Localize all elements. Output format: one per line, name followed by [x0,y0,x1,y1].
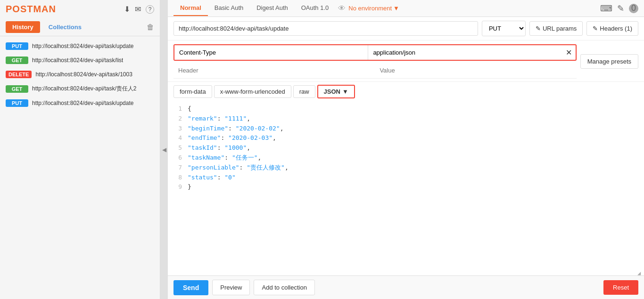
empty-header-value[interactable] [375,65,576,76]
headers-action-row: ✕ Manage presets [173,44,638,79]
sidebar-item-url: http://localhost:8024/dev-api/task/责任人2 [32,85,136,93]
code-line: 6 "taskName": "任务一", [173,153,638,163]
eye-icon[interactable]: 👁 [338,4,346,13]
settings-icon[interactable]: ✎ [617,3,624,14]
url-params-label: URL params [543,25,577,32]
header-value-input[interactable] [368,45,561,60]
nav-tabs: Normal Basic Auth Digest Auth OAuth 1.0 … [168,0,644,17]
sidebar-item-url: http://localhost:8024/dev-api/task/updat… [32,43,133,49]
sidebar-item-url: http://localhost:8024/dev-api/task/list [32,57,123,64]
empty-header-key[interactable] [173,65,375,76]
preview-button[interactable]: Preview [212,280,250,295]
json-chevron-icon: ▼ [342,88,348,95]
sidebar-header: POSTMAN ⬇ ✉ ? [0,0,160,18]
code-line: 7 "personLiable": "责任人修改", [173,163,638,173]
keyboard-icon[interactable]: ⌨ [600,3,612,14]
nav-right-icons: ⌨ ✎ 0 [600,3,638,14]
sidebar-item[interactable]: PUThttp://localhost:8024/dev-api/task/up… [0,96,160,110]
empty-header-row [173,63,577,79]
tab-normal[interactable]: Normal [173,0,208,16]
scroll-arrow-left[interactable]: ◀ [160,0,168,299]
code-line: 9} [173,182,638,192]
manage-presets-button[interactable]: Manage presets [580,54,638,69]
sidebar-item[interactable]: PUThttp://localhost:8024/dev-api/task/up… [0,39,160,53]
help-icon[interactable]: ? [146,5,154,14]
json-editor[interactable]: 1{2 "remark": "1111",3 "beginTime": "202… [168,101,644,275]
url-bar: PUT GET POST DELETE ✎ URL params ✎ Heade… [168,17,644,40]
tab-digest-auth[interactable]: Digest Auth [250,0,295,16]
sidebar-item[interactable]: DELETEhttp://localhost:8024/dev-api/task… [0,67,160,81]
sidebar: POSTMAN ⬇ ✉ ? History Collections 🗑 PUTh… [0,0,160,299]
resize-handle[interactable]: ◢ [637,269,642,274]
trash-icon[interactable]: 🗑 [147,23,154,32]
method-badge: DELETE [6,71,32,78]
sidebar-tabs: History Collections 🗑 [0,18,160,36]
sidebar-item[interactable]: GEThttp://localhost:8024/dev-api/task/li… [0,53,160,67]
url-params-button[interactable]: ✎ URL params [529,21,583,36]
code-lines: 1{2 "remark": "1111",3 "beginTime": "202… [173,104,638,192]
sidebar-item-url: http://localhost:8024/dev-api/task/1003 [35,71,132,78]
no-environment-button[interactable]: No environment ▼ [348,5,399,12]
header-close-button[interactable]: ✕ [562,46,576,59]
headers-button[interactable]: ✎ Headers (1) [586,21,638,36]
method-badge: PUT [6,42,28,50]
edit-headers-icon: ✎ [593,25,598,32]
no-env-label: No environment [348,5,392,12]
chevron-down-icon: ▼ [393,5,399,12]
method-badge: PUT [6,99,28,107]
json-tab-label: JSON [324,88,340,95]
sidebar-item-url: http://localhost:8024/dev-api/task/updat… [32,100,133,106]
send-button[interactable]: Send [173,280,208,295]
share-icon[interactable]: ✉ [135,5,141,14]
url-input[interactable] [173,21,478,36]
code-line: 4 "endTime": "2020-02-03", [173,133,638,143]
notification-badge[interactable]: 0 [629,4,638,13]
postman-logo: POSTMAN [6,4,56,15]
method-select[interactable]: PUT GET POST DELETE [482,21,526,36]
headers-label: Headers (1) [600,25,632,32]
tab-oauth10[interactable]: OAuth 1.0 [295,0,336,16]
code-line: 3 "beginTime": "2020-02-02", [173,124,638,134]
x-www-tab[interactable]: x-www-form-urlencoded [214,85,291,98]
download-icon[interactable]: ⬇ [124,5,130,14]
active-header-row: ✕ [173,44,577,61]
headers-section: ✕ Manage presets [168,40,644,81]
sidebar-item[interactable]: GEThttp://localhost:8024/dev-api/task/责任… [0,81,160,96]
sidebar-header-icons: ⬇ ✉ ? [124,5,154,14]
collections-tab[interactable]: Collections [42,21,88,33]
header-key-input[interactable] [174,45,368,60]
bottom-bar: Send Preview Add to collection Reset [168,275,644,299]
history-tab[interactable]: History [6,21,40,33]
reset-button[interactable]: Reset [603,280,638,295]
method-badge: GET [6,85,28,93]
main-panel: Normal Basic Auth Digest Auth OAuth 1.0 … [168,0,644,299]
edit-url-params-icon: ✎ [536,25,541,32]
code-line: 2 "remark": "1111", [173,114,638,124]
body-tabs: form-data x-www-form-urlencoded raw JSON… [168,81,644,101]
form-data-tab[interactable]: form-data [173,85,212,98]
raw-tab[interactable]: raw [293,85,315,98]
sidebar-list: PUThttp://localhost:8024/dev-api/task/up… [0,36,160,299]
tab-basic-auth[interactable]: Basic Auth [208,0,250,16]
code-line: 1{ [173,104,638,114]
json-tab[interactable]: JSON ▼ [317,85,355,98]
code-line: 5 "taskId": "1000", [173,143,638,153]
method-badge: GET [6,57,28,64]
code-line: 8 "status": "0" [173,173,638,183]
add-to-collection-button[interactable]: Add to collection [254,280,314,295]
headers-inputs: ✕ [173,44,577,79]
